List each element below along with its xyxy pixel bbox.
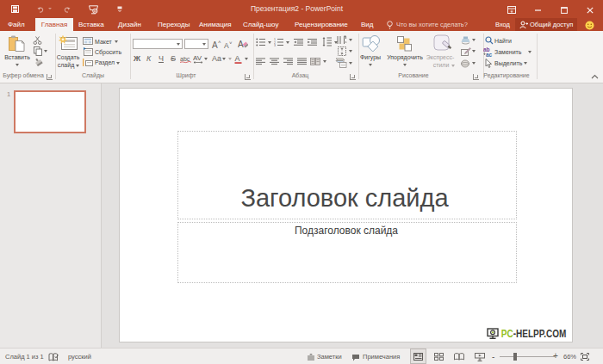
svg-text:AV: AV	[193, 54, 202, 62]
svg-text:А: А	[235, 54, 240, 63]
svg-text:A: A	[238, 40, 244, 49]
svg-text:ac: ac	[486, 52, 493, 58]
svg-text:3: 3	[274, 44, 276, 46]
svg-text:abc: abc	[180, 56, 190, 62]
